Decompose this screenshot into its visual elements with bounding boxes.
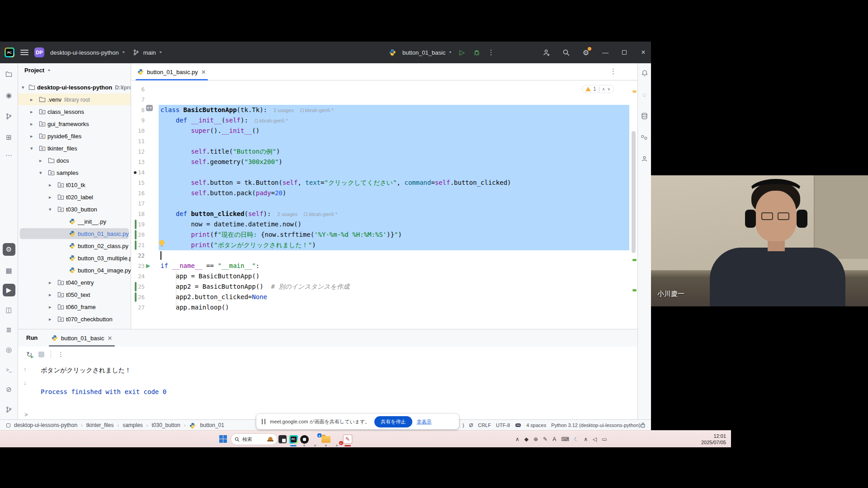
ime-tray-icon[interactable]: A (552, 436, 556, 442)
status-widget[interactable]: UTF-8 (496, 422, 510, 428)
tree-item-samples[interactable]: ▾samples (18, 167, 131, 178)
editor-tab-button_01_basic[interactable]: button_01_basic.py ✕ (133, 63, 211, 80)
network-tray-icon[interactable]: ⊕ (533, 436, 538, 442)
breadcrumb-item[interactable]: t030_button (151, 422, 180, 428)
terminal-tool-icon[interactable]: >_ (3, 363, 15, 376)
tree-item-__init__.py[interactable]: __init__.py (18, 216, 131, 227)
chevron-right-icon[interactable]: ▸ (39, 158, 44, 164)
run-tab-button_01_basic[interactable]: button_01_basic ✕ (47, 329, 117, 347)
status-widget[interactable]: Ø (469, 422, 473, 428)
black-round-app-icon[interactable] (299, 434, 309, 444)
run-options-kebab-icon[interactable]: ⋮ (57, 351, 64, 358)
status-widget[interactable]: CRLF (478, 422, 491, 428)
tree-item-t040_entry[interactable]: ▸t040_entry (18, 277, 131, 288)
inlay-hint[interactable]: kbrah-gen5 * (304, 211, 337, 217)
chevron-right-icon[interactable]: ▸ (30, 121, 35, 127)
start-button[interactable] (219, 435, 227, 443)
more-tools-icon[interactable]: ⋯ (3, 149, 15, 162)
tree-item-t060_frame[interactable]: ▸t060_frame (18, 301, 131, 313)
scroll-down-icon[interactable]: ↓ (24, 379, 27, 386)
status-widget[interactable]: ) (462, 422, 464, 428)
tree-item-docs[interactable]: ▸docs (18, 155, 131, 166)
screen-lock-icon[interactable] (640, 422, 646, 428)
editor-scrollbar[interactable] (632, 131, 636, 253)
keyboard-tray-icon[interactable]: ⌨ (561, 436, 569, 442)
gateway-user-icon[interactable] (638, 152, 651, 165)
wifi-tray-icon[interactable]: ∧ (584, 436, 588, 442)
breadcrumb[interactable]: desktop-ui-lessons-python›tkinter_files›… (6, 420, 224, 431)
inspection-widget[interactable]: 1 | ∧ ∨ (582, 85, 614, 93)
tree-item-t010_tk[interactable]: ▸t010_tk (18, 179, 131, 191)
ai-assistant-icon[interactable]: ◌ (638, 88, 651, 101)
breadcrumb-item[interactable]: samples (123, 422, 143, 428)
main-menu-hamburger-icon[interactable] (20, 50, 28, 55)
settings-tool-icon[interactable]: ⚙ (3, 243, 15, 256)
code-vision-icon[interactable] (146, 105, 153, 111)
breadcrumb-item[interactable]: desktop-ui-lessons-python (14, 422, 77, 428)
tree-item-tkinter_files[interactable]: ▾tkinter_files (18, 142, 131, 154)
breadcrumb-item[interactable]: button_01 (200, 422, 224, 428)
run-configuration-selector[interactable]: button_01_basic▼ (402, 49, 452, 56)
tree-item-pyside6_files[interactable]: ▸pyside6_files (18, 130, 131, 142)
problems-tool-icon[interactable]: ⊘ (3, 383, 15, 396)
settings-gear-icon[interactable]: ⚙ (581, 48, 590, 57)
version-control-tool-icon[interactable] (3, 403, 15, 416)
project-panel-header[interactable]: Project▼ (24, 67, 51, 74)
chevron-right-icon[interactable]: ▸ (49, 280, 53, 286)
webcam-video-tile[interactable]: 小川慶一 (651, 175, 868, 306)
chevron-down-icon[interactable]: ▾ (49, 206, 53, 212)
tree-item-desktop-ui-lessons-python[interactable]: ▾desktop-ui-lessons-pythonD:¥proje (18, 81, 131, 93)
tree-item-t050_text[interactable]: ▸t050_text (18, 289, 131, 300)
chrome-meet-app-icon[interactable]: ▲ (310, 434, 320, 444)
inlay-hint[interactable]: 2 usages (274, 108, 294, 113)
run-gutter-icon[interactable]: ▶ (146, 261, 150, 271)
stop-button[interactable] (38, 352, 44, 357)
tree-item-gui_frameworks[interactable]: ▸gui_frameworks (18, 118, 131, 130)
window-restore-button[interactable] (620, 49, 628, 56)
chevron-right-icon[interactable]: ▸ (30, 97, 35, 103)
structure-tool-icon[interactable]: ⊞ (3, 131, 15, 144)
focus-moon-tray-icon[interactable]: ☾ (574, 436, 579, 442)
code-editor[interactable]: button_01_basic.py ✕ ⋮ 1 | ∧ ∨ 678class … (131, 63, 637, 329)
pycharm-app-icon[interactable] (288, 434, 298, 444)
run-tab-close-icon[interactable]: ✕ (107, 335, 112, 342)
next-problem-chevron-icon[interactable]: ∨ (607, 87, 610, 91)
services-tool-icon[interactable]: ≣ (3, 324, 15, 336)
inlay-hint[interactable]: 2 usages (277, 211, 297, 217)
database-tool-icon[interactable] (638, 110, 651, 122)
chrome-profile-app-icon[interactable]: k (332, 434, 342, 444)
debug-button[interactable] (472, 48, 481, 57)
console-prompt-chevron[interactable]: > (24, 411, 28, 418)
taskbar-clock[interactable]: 12:01 2025/07/05 (687, 433, 726, 446)
chevron-right-icon[interactable]: ▸ (49, 292, 53, 298)
run-console[interactable]: ↑ ↓ ボタンがクリックされました！Process finished with … (18, 362, 637, 420)
hidden-icons-chevron[interactable]: ∧ (515, 436, 519, 442)
paint-red-app-icon[interactable]: ✎ (343, 434, 353, 444)
plugins-hexagon-icon[interactable] (638, 131, 651, 144)
commit-tool-icon[interactable]: ◉ (3, 89, 15, 102)
more-actions-kebab-icon[interactable]: ⋮ (486, 48, 495, 57)
breadcrumb-item[interactable]: tkinter_files (86, 422, 114, 428)
dropbox-tray-icon[interactable]: ◆ (524, 436, 528, 442)
tree-item-t030_button[interactable]: ▾t030_button (18, 203, 131, 215)
branch-selector-button[interactable]: main▼ (132, 48, 163, 57)
plugins-tool-icon[interactable]: ▦ (3, 264, 15, 277)
stop-sharing-button[interactable]: 共有を停止 (374, 416, 412, 427)
chevron-right-icon[interactable]: ▸ (49, 304, 53, 310)
tree-item-button_01_basic.py[interactable]: button_01_basic.py (18, 228, 131, 239)
chevron-right-icon[interactable]: ▸ (30, 109, 35, 115)
chevron-right-icon[interactable]: ▸ (30, 133, 35, 139)
project-tool-icon[interactable] (3, 68, 15, 80)
tree-item-button_02_class.py[interactable]: button_02_class.py (18, 240, 131, 252)
inlay-hint[interactable]: kbrah-gen5 * (300, 108, 334, 113)
window-close-button[interactable]: × (639, 48, 647, 56)
copilot-status-icon[interactable] (515, 422, 521, 428)
prev-problem-chevron-icon[interactable]: ∧ (602, 87, 605, 91)
project-avatar-badge[interactable]: DP (34, 47, 44, 57)
inlay-hint[interactable]: kbrah-gen5 * (255, 118, 288, 123)
run-button[interactable]: ▷ (458, 48, 467, 57)
taskbar-search-box[interactable]: 検索 (231, 433, 278, 445)
search-everywhere-icon[interactable] (561, 48, 571, 57)
tree-item-button_04_image.py[interactable]: button_04_image.py (18, 264, 131, 276)
notifications-bell-icon[interactable] (638, 67, 651, 80)
